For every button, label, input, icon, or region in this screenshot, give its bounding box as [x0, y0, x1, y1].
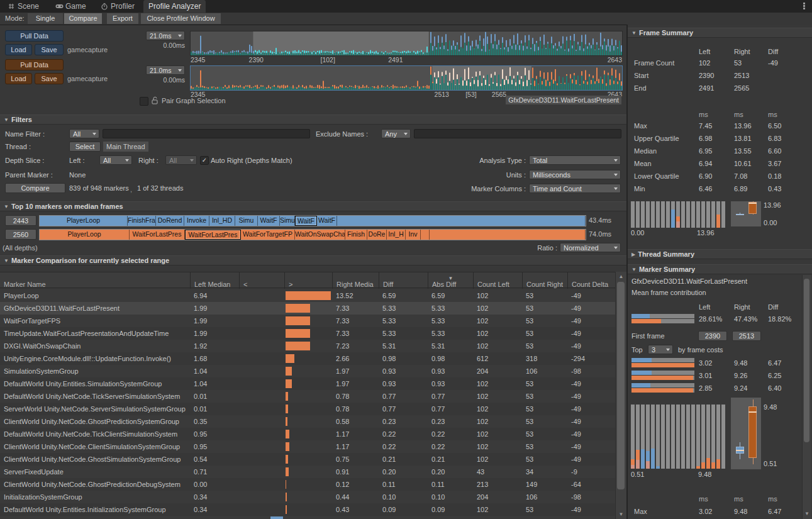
marker-segment[interactable]: WaitOnSwapCha	[295, 230, 345, 240]
marker-segment[interactable]: Invoke	[184, 216, 209, 226]
table-row[interactable]: ServerFixedUpdate0.710.910.200.204334-9	[0, 466, 615, 478]
marker-segment-rest[interactable]	[421, 230, 430, 240]
table-row[interactable]: ClientWorld Unity.NetCode.ClientSimulati…	[0, 440, 615, 453]
filters-header[interactable]: ▼Filters	[0, 114, 626, 125]
column-header[interactable]: Count Right	[522, 272, 567, 289]
export-button[interactable]: Export	[107, 13, 138, 24]
load-right-button[interactable]: Load	[5, 73, 32, 84]
summary-scrollbar-thumb[interactable]	[804, 279, 809, 442]
units-dropdown[interactable]: Milliseconds	[529, 170, 621, 179]
table-row[interactable]: SimulationSystemGroup1.041.970.930.93204…	[0, 365, 615, 377]
marker-segment[interactable]: WaitF	[258, 216, 280, 226]
scroll-down-icon[interactable]: ▼	[616, 511, 626, 517]
table-row[interactable]: DefaultWorld Unity.NetCode.TickClientSim…	[0, 428, 615, 440]
marker-segment[interactable]: Inv	[406, 230, 421, 240]
frame-index-button[interactable]: 2560	[5, 229, 36, 240]
marker-segment[interactable]: DoRend	[156, 216, 184, 226]
close-profiler-window-button[interactable]: Close Profiler Window	[141, 13, 221, 24]
auto-right-checkbox[interactable]: ✓	[200, 156, 209, 165]
tab-profile-analyzer[interactable]: Profile Analyzer	[143, 0, 206, 13]
pair-graph-selection-checkbox[interactable]	[140, 97, 148, 106]
table-row[interactable]: DefaultWorld Unity.Entities.Initializati…	[0, 503, 615, 516]
marker-segment[interactable]: DoRe	[367, 230, 387, 240]
graph-right-scale-dropdown[interactable]: 21.0ms	[146, 65, 185, 75]
marker-segment[interactable]: WaitF	[295, 216, 317, 226]
load-left-button[interactable]: Load	[5, 44, 32, 55]
graph-left-scale-dropdown[interactable]: 21.0ms	[146, 31, 185, 40]
summary-vertical-scrollbar[interactable]: ▼	[802, 275, 811, 519]
column-header[interactable]: >	[284, 272, 332, 289]
marker-segment[interactable]: WaitF	[317, 216, 337, 226]
marker-segment[interactable]: WaitForTargetFP	[241, 230, 295, 240]
comparison-header[interactable]: ▼Marker Comparison for currently selecte…	[0, 255, 626, 265]
table-row[interactable]: ClientWorld Unity.NetCode.GhostPredictio…	[0, 415, 615, 428]
kebab-menu-icon[interactable]	[801, 2, 807, 11]
marker-segment[interactable]: WaitForLastPres	[130, 230, 185, 240]
marker-segment[interactable]: Inl_H	[387, 230, 406, 240]
table-row[interactable]: WaitForTargetFPS1.997.335.335.3310253-49	[0, 315, 615, 327]
tab-game[interactable]: Game	[50, 0, 91, 13]
top10-header[interactable]: ▼Top 10 markers on median frames	[0, 201, 626, 211]
table-row[interactable]: TimeUpdate.WaitForLastPresentationAndUpd…	[0, 327, 615, 340]
pull-data-right-button[interactable]: Pull Data	[5, 59, 64, 70]
marker-summary-header[interactable]: ▼Marker Summary	[628, 264, 812, 274]
frame-summary-header[interactable]: ▼Frame Summary	[628, 28, 812, 38]
compare-button[interactable]: Compare	[5, 183, 65, 193]
ratio-dropdown[interactable]: Normalized	[560, 243, 621, 252]
tab-scene[interactable]: Scene	[3, 0, 44, 13]
table-row[interactable]: ServerWorld Unity.NetCode.ServerSimulati…	[0, 403, 615, 415]
marker-segment-rest[interactable]	[430, 230, 586, 240]
table-row[interactable]: DXGI.WaitOnSwapChain1.927.235.315.311025…	[0, 340, 615, 352]
table-row[interactable]: GfxDeviceD3D11.WaitForLastPresent1.997.3…	[0, 302, 615, 315]
pull-data-left-button[interactable]: Pull Data	[5, 30, 64, 42]
table-row[interactable]: InitializationSystemGroup0.340.440.100.1…	[0, 491, 615, 503]
thread-summary-header[interactable]: ▶Thread Summary	[628, 249, 812, 259]
exclude-names-dropdown[interactable]: Any	[381, 129, 411, 138]
first-frame-right-button[interactable]: 2513	[732, 331, 761, 341]
thread-select-button[interactable]: Select	[69, 142, 101, 152]
tab-profiler[interactable]: Profiler	[96, 0, 140, 13]
marker-segment[interactable]: PlayerLoop	[40, 230, 130, 240]
column-header[interactable]: Marker Name	[0, 272, 190, 289]
frame-timeline-left[interactable]	[190, 31, 623, 56]
marker-segment[interactable]: FinishFra	[128, 216, 156, 226]
save-right-button[interactable]: Save	[35, 73, 64, 84]
table-row[interactable]: DefaultWorld Unity.NetCode.TickServerSim…	[0, 390, 615, 403]
top-n-dropdown[interactable]: 3	[648, 345, 673, 354]
table-row[interactable]: UnityEngine.CoreModule.dll!::UpdateFunct…	[0, 352, 615, 365]
single-mode-button[interactable]: Single	[28, 13, 63, 24]
column-header[interactable]: Abs Diff▼	[428, 272, 473, 289]
table-vertical-scrollbar[interactable]: ▲ ▼	[615, 272, 626, 519]
marker-segment[interactable]: Simu	[235, 216, 258, 226]
marker-columns-dropdown[interactable]: Time and Count	[529, 184, 621, 193]
exclude-names-input[interactable]	[414, 129, 621, 138]
depth-left-dropdown[interactable]: All	[99, 155, 132, 165]
column-header[interactable]: Diff	[379, 272, 428, 289]
column-header[interactable]: Count Left	[473, 272, 522, 289]
compare-mode-button[interactable]: Compare	[64, 13, 102, 24]
column-header[interactable]: <	[239, 272, 284, 289]
frame-index-button[interactable]: 2443	[5, 215, 36, 226]
depth-right-dropdown[interactable]: All	[165, 155, 197, 165]
marker-segment[interactable]: Inl_HD	[209, 216, 235, 226]
scroll-up-icon[interactable]: ▲	[616, 274, 626, 279]
marker-segment[interactable]: PlayerLoop	[40, 216, 128, 226]
analysis-type-dropdown[interactable]: Total	[529, 155, 621, 165]
marker-segment[interactable]: Finish	[345, 230, 367, 240]
marker-segment[interactable]: WaitForLastPres	[185, 230, 241, 240]
table-row-partial[interactable]	[0, 516, 615, 519]
table-row[interactable]: ClientWorld Unity.NetCode.GhostSimulatio…	[0, 453, 615, 466]
table-row[interactable]: PlayerLoop6.9413.526.596.5910253-49	[0, 289, 615, 302]
frame-timeline-right[interactable]	[190, 65, 623, 91]
table-row[interactable]: DefaultWorld Unity.Entities.SimulationSy…	[0, 377, 615, 390]
column-header[interactable]: Count Delta	[567, 272, 614, 289]
first-frame-left-button[interactable]: 2390	[698, 331, 727, 341]
summary-scroll-down-icon[interactable]: ▼	[803, 511, 811, 516]
column-header[interactable]: Right Media	[332, 272, 379, 289]
table-row[interactable]: ClientWorld Unity.NetCode.GhostPredictio…	[0, 478, 615, 491]
name-filter-dropdown[interactable]: All	[69, 129, 99, 138]
column-header[interactable]: Left Median	[190, 272, 239, 289]
marker-segment[interactable]: Simu	[280, 216, 295, 226]
save-left-button[interactable]: Save	[35, 44, 64, 55]
marker-segment-rest[interactable]	[337, 216, 586, 226]
